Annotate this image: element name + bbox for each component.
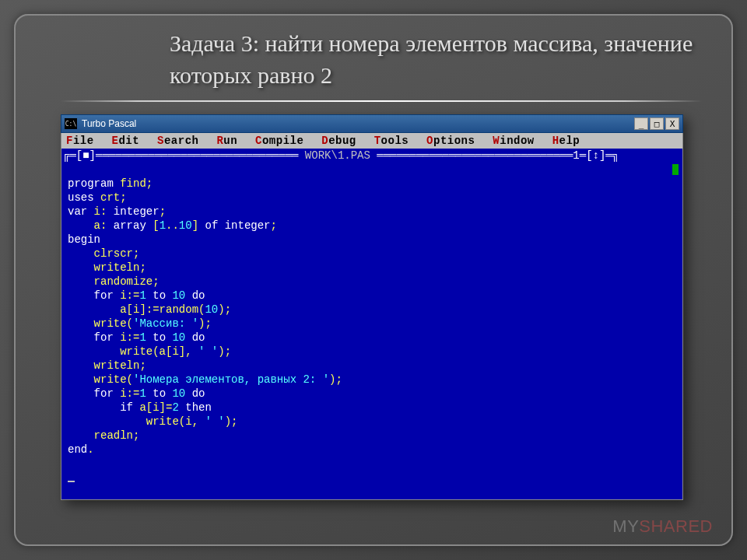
editor-area[interactable]: ╔═[■]═══════════════════════════════ WOR… xyxy=(61,149,683,500)
menu-run[interactable]: Run xyxy=(216,135,237,147)
menu-edit[interactable]: Edit xyxy=(112,135,140,147)
menu-tools[interactable]: Tools xyxy=(374,135,409,147)
menu-search[interactable]: Search xyxy=(157,135,198,147)
close-button[interactable]: X xyxy=(665,117,679,130)
menu-file[interactable]: File xyxy=(66,135,94,147)
cmd-icon: C:\ xyxy=(65,118,77,129)
menu-help[interactable]: Help xyxy=(552,135,580,147)
menu-window[interactable]: Window xyxy=(493,135,534,147)
maximize-button[interactable]: □ xyxy=(650,117,664,130)
text-cursor xyxy=(68,481,75,482)
slide-frame: Задача 3: найти номера элементов массива… xyxy=(14,14,733,546)
slide-title: Задача 3: найти номера элементов массива… xyxy=(14,14,733,97)
scroll-marker-icon xyxy=(672,164,679,175)
menu-compile[interactable]: Compile xyxy=(255,135,303,147)
menu-options[interactable]: Options xyxy=(426,135,475,147)
titlebar[interactable]: C:\ Turbo Pascal _ □ X xyxy=(61,114,683,133)
code-area[interactable]: program find; uses crt; var i: integer; … xyxy=(63,163,681,499)
editor-frame-top: ╔═[■]═══════════════════════════════ WOR… xyxy=(63,149,681,163)
minimize-button[interactable]: _ xyxy=(634,117,648,130)
menu-debug[interactable]: Debug xyxy=(321,135,356,147)
turbo-pascal-window: C:\ Turbo Pascal _ □ X File Edit Search … xyxy=(61,114,683,500)
menubar: File Edit Search Run Compile Debug Tools… xyxy=(61,133,683,149)
window-title: Turbo Pascal xyxy=(82,118,634,129)
title-underline xyxy=(61,100,702,102)
watermark: MYSHARED xyxy=(612,516,713,537)
